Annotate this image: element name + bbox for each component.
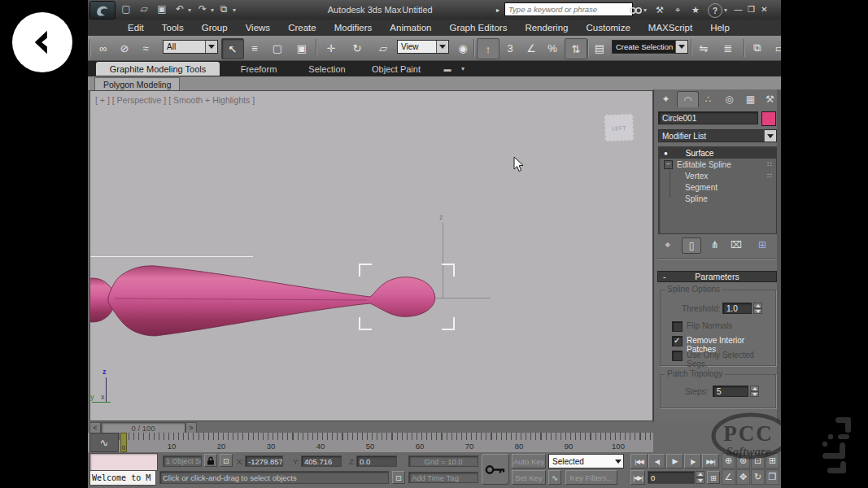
viewport-label[interactable]: [ + ] [ Perspective ] [ Smooth + Highlig… — [95, 95, 255, 105]
undo-dropdown-icon[interactable]: ▾ — [186, 7, 193, 14]
open-file-icon[interactable]: ▱ — [137, 2, 151, 16]
maximize-button[interactable]: ❐ — [745, 2, 757, 16]
undo-icon[interactable]: ↶ — [172, 2, 187, 16]
subtab-polygon-modeling[interactable]: Polygon Modeling — [94, 77, 180, 90]
perspective-viewport[interactable]: [ + ] [ Perspective ] [ Smooth + Highlig… — [89, 90, 653, 421]
reference-coordinate-dropdown[interactable]: View — [397, 40, 449, 54]
x-coord-field[interactable]: -1279.857 — [245, 455, 283, 467]
stack-item-surface[interactable]: ● Surface — [659, 147, 776, 159]
tab-motion-icon[interactable]: ◎ — [719, 91, 739, 107]
rollout-collapse-icon[interactable]: - — [663, 272, 666, 281]
zoom-extents-icon[interactable]: ⊡ — [751, 453, 765, 468]
menu-rendering[interactable]: Rendering — [516, 23, 577, 33]
timeline-ruler[interactable]: 10 20 30 40 50 60 70 80 90 100 0 — [119, 433, 653, 452]
configure-modifier-sets-icon[interactable]: ⊞ — [753, 237, 771, 252]
threshold-field[interactable]: 1.0 — [722, 303, 752, 314]
trackbar-next-button[interactable]: > — [185, 422, 197, 434]
ribbon-media-icon[interactable]: ▬ — [438, 62, 457, 76]
infocenter-arrow-icon[interactable]: ▸ — [495, 7, 501, 14]
project-toolbar-icon[interactable]: ⧉ — [216, 2, 231, 16]
reference-coordinate-arrow-icon[interactable] — [436, 41, 448, 53]
select-and-rotate-icon[interactable]: ↻ — [347, 38, 368, 58]
named-selection-sets-arrow-icon[interactable] — [675, 41, 687, 53]
mirror-icon[interactable]: ⇋ — [693, 38, 714, 58]
auto-key-button[interactable]: Auto Key — [512, 454, 546, 468]
pin-stack-icon[interactable]: ⌖ — [659, 237, 677, 252]
orbit-icon[interactable]: ↻ — [751, 469, 765, 485]
redo-dropdown-icon[interactable]: ▾ — [209, 7, 216, 14]
tab-freeform[interactable]: Freeform — [226, 62, 291, 76]
next-frame-button[interactable]: |▶ — [684, 454, 701, 468]
stack-item-spline[interactable]: Spline — [659, 193, 776, 204]
new-file-icon[interactable]: ▢ — [119, 2, 133, 16]
spinner-snap-icon[interactable]: ⇅ — [565, 38, 587, 59]
menu-customize[interactable]: Customize — [577, 23, 639, 33]
threshold-spinner[interactable] — [753, 303, 762, 314]
object-name-field[interactable]: Circle001 — [658, 111, 758, 124]
default-in-out-tangent-icon[interactable]: ∿ — [548, 470, 561, 485]
bind-to-space-warp-icon[interactable]: ≈ — [135, 38, 156, 58]
align-icon[interactable]: ≣ — [718, 38, 739, 58]
close-button[interactable]: ✕ — [758, 2, 770, 16]
select-and-move-icon[interactable]: ✛ — [321, 38, 342, 58]
menu-create[interactable]: Create — [279, 23, 325, 33]
maxscript-mini-listener[interactable] — [89, 453, 158, 471]
selection-lock-icon[interactable] — [204, 454, 217, 467]
subscription-wrench-icon[interactable]: ⚒ — [652, 2, 667, 18]
key-filters-button[interactable]: Key Filters... — [565, 470, 617, 485]
help-icon[interactable]: ? — [708, 3, 722, 18]
pan-icon[interactable]: ✥ — [736, 469, 750, 485]
object-color-swatch[interactable] — [761, 111, 776, 126]
flip-normals-checkbox[interactable] — [672, 321, 683, 332]
maximize-viewport-toggle-icon[interactable]: ❒ — [765, 469, 779, 485]
menu-edit[interactable]: Edit — [119, 23, 153, 33]
timeline[interactable]: ∿ 10 20 30 40 50 60 70 80 90 100 0 — [88, 433, 653, 452]
angle-snap-icon[interactable]: ∠ — [521, 38, 542, 58]
tab-create-icon[interactable]: ✦ — [656, 91, 676, 107]
search-input[interactable] — [504, 2, 633, 16]
layer-manager-icon[interactable]: ⧉ — [747, 38, 768, 58]
make-unique-icon[interactable]: ⋔ — [706, 237, 724, 252]
play-button[interactable]: ▶ — [666, 454, 683, 468]
zoom-extents-all-icon[interactable]: ⊞ — [765, 453, 779, 468]
selection-set-arrow-icon[interactable] — [613, 455, 623, 468]
qat-dropdown-icon[interactable]: ▾ — [231, 7, 238, 14]
field-of-view-icon[interactable]: ∠ — [722, 469, 735, 485]
menu-modifiers[interactable]: Modifiers — [325, 23, 382, 33]
viewcube[interactable]: LEFT — [604, 113, 634, 142]
selection-set-dropdown[interactable]: Selected — [548, 454, 624, 468]
zoom-icon[interactable]: ⊕ — [722, 453, 735, 468]
select-by-name-icon[interactable]: ≡ — [244, 38, 265, 58]
remove-modifier-icon[interactable]: ⌧ — [727, 237, 745, 252]
edit-named-sets-icon[interactable]: ▤ — [589, 38, 610, 58]
minimize-button[interactable]: — — [732, 2, 744, 16]
key-mode-toggle[interactable]: |◀▶| — [630, 470, 645, 485]
help-dropdown-icon[interactable]: ▾ — [722, 7, 729, 14]
menu-group[interactable]: Group — [193, 23, 237, 33]
rectangular-selection-region-icon[interactable]: ▢ — [267, 38, 288, 58]
menu-graph-editors[interactable]: Graph Editors — [440, 23, 516, 33]
go-to-start-button[interactable]: |◀◀ — [630, 454, 648, 468]
absolute-offset-mode-icon[interactable]: ⊡ — [220, 454, 233, 467]
keyboard-override-toggle-icon[interactable]: ↑ — [477, 38, 499, 59]
back-button[interactable] — [12, 12, 72, 72]
stack-item-segment[interactable]: Segment — [659, 181, 776, 193]
use-pivot-center-icon[interactable]: ◉ — [452, 38, 473, 58]
stack-item-editable-spline[interactable]: − Editable Spline ∷ — [659, 159, 776, 170]
search-binoculars-icon[interactable] — [628, 2, 643, 18]
window-crossing-icon[interactable]: ▣ — [291, 38, 312, 58]
save-file-icon[interactable]: ▣ — [155, 2, 169, 16]
select-and-link-icon[interactable]: ∞ — [93, 38, 114, 58]
y-coord-field[interactable]: 405.716 — [301, 455, 342, 467]
tab-object-paint[interactable]: Object Paint — [361, 62, 431, 76]
maxscript-listener-line[interactable]: Welcome to M — [89, 470, 156, 486]
favorites-star-icon[interactable]: ★ — [688, 2, 703, 18]
select-and-scale-icon[interactable]: ▱ — [373, 38, 394, 58]
steps-spinner[interactable] — [750, 386, 759, 397]
parameters-rollout-header[interactable]: - Parameters — [657, 271, 777, 282]
tab-display-icon[interactable]: ▦ — [740, 91, 761, 107]
spline-surface-object[interactable] — [90, 260, 443, 346]
communication-center-icon[interactable]: ⌖ — [670, 2, 685, 18]
use-only-selected-segs-checkbox[interactable] — [672, 351, 683, 361]
unlink-selection-icon[interactable]: ⊘ — [114, 38, 135, 58]
